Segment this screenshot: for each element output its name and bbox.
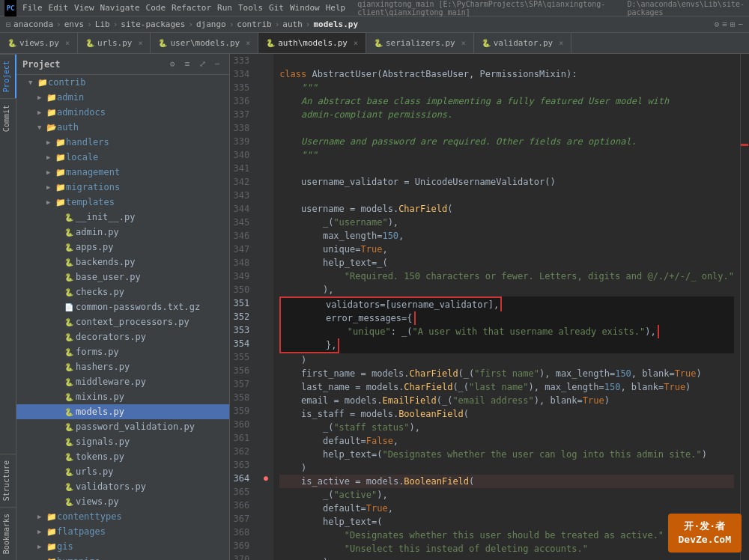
expand-arrow-migrations[interactable]: ▶ (46, 183, 55, 191)
py-icon: 🐍 (85, 39, 94, 47)
breadcrumb-lib[interactable]: Lib (95, 19, 110, 29)
expand-arrow-contrib[interactable]: ▼ (28, 79, 37, 86)
expand-arrow-flatpages[interactable]: ▶ (37, 528, 46, 535)
tree-item-decorators-py[interactable]: ▶ 🐍 decorators.py (16, 329, 229, 344)
split-icon[interactable]: ⊞ (730, 19, 736, 29)
tree-item-contenttypes[interactable]: ▶ 📁 contenttypes (16, 509, 229, 524)
tree-item-contrib[interactable]: ▼ 📁 contrib (16, 75, 229, 90)
folder-icon-contrib: 📁 (37, 78, 48, 88)
close-urls-py[interactable]: × (138, 39, 142, 47)
breadcrumb-toggle[interactable]: ⊟ (6, 20, 10, 28)
menu-help[interactable]: Help (326, 3, 346, 13)
tree-item-checks-py[interactable]: ▶ 🐍 checks.py (16, 284, 229, 299)
tree-item-views-py[interactable]: ▶ 🐍 views.py (16, 494, 229, 509)
breadcrumb-django[interactable]: django (196, 19, 226, 29)
list-icon[interactable]: ≡ (722, 19, 727, 29)
tree-item-forms-py[interactable]: ▶ 🐍 forms.py (16, 344, 229, 359)
expand-arrow-gis[interactable]: ▶ (37, 543, 46, 550)
breadcrumb-site-packages[interactable]: site-packages (121, 19, 185, 29)
tree-item-locale[interactable]: ▶ 📁 locale (16, 150, 229, 165)
expand-arrow-admin[interactable]: ▶ (37, 94, 46, 101)
tree-item-admin-py[interactable]: ▶ 🐍 admin.py (16, 225, 229, 240)
tree-item-signals-py[interactable]: ▶ 🐍 signals.py (16, 434, 229, 449)
close-validator-py[interactable]: × (559, 39, 563, 47)
tree-item-backends-py[interactable]: ▶ 🐍 backends.py (16, 255, 229, 270)
breadcrumb-contrib[interactable]: contrib (237, 19, 271, 29)
tree-item-migrations[interactable]: ▶ 📁 migrations (16, 180, 229, 195)
tab-auth-models-py[interactable]: 🐍 auth\models.py × (258, 33, 366, 54)
code-line-341 (279, 162, 734, 175)
panel-expand-icon[interactable]: ⤢ (196, 58, 208, 70)
expand-arrow-auth[interactable]: ▼ (37, 124, 46, 131)
tree-item-humanize[interactable]: ▶ 📁 humanize (16, 554, 229, 560)
panel-list-icon[interactable]: ≡ (181, 58, 193, 70)
close-views-py[interactable]: × (65, 39, 70, 47)
sidebar-structure-label[interactable]: Structure (0, 454, 16, 507)
settings-icon[interactable]: ⚙ (715, 19, 720, 29)
close-user-models-py[interactable]: × (246, 39, 250, 47)
tab-user-models-py[interactable]: 🐍 user\models.py × (151, 33, 258, 54)
tree-item-hashers-py[interactable]: ▶ 🐍 hashers.py (16, 359, 229, 374)
menu-git[interactable]: Git (269, 3, 284, 13)
menu-file[interactable]: File (22, 3, 43, 13)
tree-item-templates[interactable]: ▶ 📁 templates (16, 195, 229, 210)
tree-item-flatpages[interactable]: ▶ 📁 flatpages (16, 524, 229, 539)
tree-item-models-py[interactable]: ▶ 🐍 models.py (16, 404, 229, 419)
sidebar-bookmarks-label[interactable]: Bookmarks (0, 507, 16, 560)
close-serializers-py[interactable]: × (461, 39, 466, 47)
close-auth-models-py[interactable]: × (354, 39, 358, 47)
menu-navigate[interactable]: Navigate (100, 3, 140, 13)
label-signals-py: signals.py (76, 436, 130, 447)
minus-icon[interactable]: − (738, 19, 743, 29)
tab-validator-py[interactable]: 🐍 validator.py × (474, 33, 572, 54)
expand-arrow-handlers[interactable]: ▶ (46, 139, 55, 146)
expand-arrow-admindocs[interactable]: ▶ (37, 109, 46, 116)
sidebar-commit-label[interactable]: Commit (0, 98, 16, 138)
panel-settings-icon[interactable]: ⚙ (166, 58, 178, 70)
sidebar-labels: Project Commit Structure Bookmarks (0, 54, 16, 560)
tree-item-gis[interactable]: ▶ 📁 gis (16, 539, 229, 554)
tree-item-apps-py[interactable]: ▶ 🐍 apps.py (16, 240, 229, 255)
code-line-352: error_messages={ (279, 311, 734, 325)
expand-arrow-contenttypes[interactable]: ▶ (37, 513, 46, 520)
menu-code[interactable]: Code (146, 3, 166, 13)
folder-icon-migrations: 📁 (55, 183, 66, 192)
breadcrumb-auth[interactable]: auth (282, 19, 303, 29)
tree-item-admindocs[interactable]: ▶ 📁 admindocs (16, 105, 229, 120)
tree-item-middleware-py[interactable]: ▶ 🐍 middleware.py (16, 374, 229, 389)
tree-item-urls-py[interactable]: ▶ 🐍 urls.py (16, 464, 229, 479)
code-line-342: username_validator = UnicodeUsernameVali… (279, 175, 734, 189)
tree-item-tokens-py[interactable]: ▶ 🐍 tokens.py (16, 449, 229, 464)
menu-window[interactable]: Window (290, 3, 320, 13)
tree-item-mixins-py[interactable]: ▶ 🐍 mixins.py (16, 389, 229, 404)
panel-close-icon[interactable]: − (211, 58, 223, 70)
menu-edit[interactable]: Edit (49, 3, 69, 13)
tree-item-context-processors-py[interactable]: ▶ 🐍 context_processors.py (16, 314, 229, 329)
expand-arrow-management[interactable]: ▶ (46, 168, 55, 176)
tree-item-handlers[interactable]: ▶ 📁 handlers (16, 135, 229, 150)
breadcrumb-envs[interactable]: envs (64, 19, 85, 29)
tree-item-validators-py[interactable]: ▶ 🐍 validators.py (16, 479, 229, 494)
code-editor[interactable]: class AbstractUser(AbstractBaseUser, Per… (273, 54, 740, 560)
expand-arrow-locale[interactable]: ▶ (46, 153, 55, 161)
tree-item-password-validation-py[interactable]: ▶ 🐍 password_validation.py (16, 419, 229, 434)
breadcrumb-anaconda[interactable]: anaconda (13, 19, 53, 29)
tree-item-common-passwords[interactable]: ▶ 📄 common-passwords.txt.gz (16, 299, 229, 314)
breadcrumb-models[interactable]: models.py (313, 19, 358, 29)
tree-item-auth[interactable]: ▼ 📂 auth (16, 120, 229, 135)
tree-item-base-user-py[interactable]: ▶ 🐍 base_user.py (16, 270, 229, 284)
tree-item-init-auth[interactable]: ▶ 🐍 __init__.py (16, 210, 229, 225)
expand-arrow-templates[interactable]: ▶ (46, 198, 55, 206)
tab-serializers-py[interactable]: 🐍 serializers.py × (366, 33, 474, 54)
menu-tools[interactable]: Tools (238, 3, 263, 13)
label-forms-py: forms.py (76, 347, 119, 357)
tree-item-management[interactable]: ▶ 📁 management (16, 165, 229, 180)
label-backends-py: backends.py (76, 257, 135, 267)
sidebar-project-label[interactable]: Project (0, 54, 16, 98)
tree-item-admin[interactable]: ▶ 📁 admin (16, 90, 229, 105)
menu-view[interactable]: View (74, 3, 94, 13)
tab-urls-py[interactable]: 🐍 urls.py × (78, 33, 151, 54)
tab-views-py[interactable]: 🐍 views.py × (0, 33, 78, 54)
menu-refactor[interactable]: Refactor (172, 3, 211, 13)
menu-run[interactable]: Run (217, 3, 232, 13)
